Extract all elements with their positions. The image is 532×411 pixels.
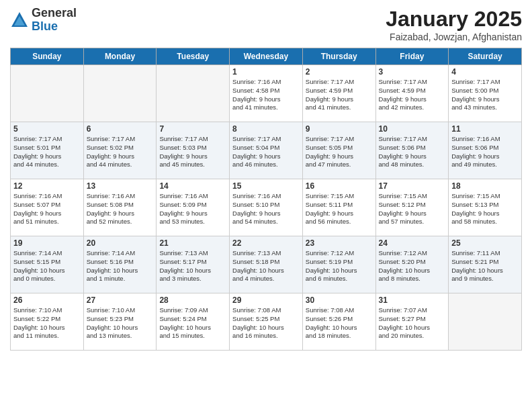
table-row: 27Sunrise: 7:10 AM Sunset: 5:23 PM Dayli…: [83, 293, 157, 351]
table-row: 23Sunrise: 7:12 AM Sunset: 5:19 PM Dayli…: [302, 236, 375, 293]
col-friday: Friday: [375, 48, 449, 65]
table-row: 16Sunrise: 7:15 AM Sunset: 5:11 PM Dayli…: [302, 179, 375, 236]
table-row: [83, 65, 157, 122]
table-row: 20Sunrise: 7:14 AM Sunset: 5:16 PM Dayli…: [83, 236, 157, 293]
day-info: Sunrise: 7:17 AM Sunset: 4:59 PM Dayligh…: [379, 78, 446, 112]
day-info: Sunrise: 7:15 AM Sunset: 5:13 PM Dayligh…: [451, 192, 519, 226]
table-row: 6Sunrise: 7:17 AM Sunset: 5:02 PM Daylig…: [83, 122, 157, 179]
table-row: 30Sunrise: 7:08 AM Sunset: 5:26 PM Dayli…: [302, 293, 375, 351]
day-info: Sunrise: 7:17 AM Sunset: 5:06 PM Dayligh…: [379, 135, 446, 169]
day-info: Sunrise: 7:17 AM Sunset: 4:59 PM Dayligh…: [306, 78, 373, 112]
day-number: 21: [159, 238, 226, 248]
table-row: 25Sunrise: 7:11 AM Sunset: 5:21 PM Dayli…: [449, 236, 522, 293]
table-row: 15Sunrise: 7:16 AM Sunset: 5:10 PM Dayli…: [230, 179, 303, 236]
day-number: 18: [451, 181, 519, 191]
table-row: [157, 65, 230, 122]
day-number: 25: [451, 238, 519, 248]
day-number: 17: [379, 181, 446, 191]
table-row: 7Sunrise: 7:17 AM Sunset: 5:03 PM Daylig…: [157, 122, 230, 179]
calendar-week-row: 12Sunrise: 7:16 AM Sunset: 5:07 PM Dayli…: [11, 179, 522, 236]
day-info: Sunrise: 7:17 AM Sunset: 5:00 PM Dayligh…: [451, 78, 519, 112]
month-title: January 2025: [386, 7, 522, 32]
table-row: 13Sunrise: 7:16 AM Sunset: 5:08 PM Dayli…: [83, 179, 157, 236]
day-number: 16: [306, 181, 373, 191]
day-info: Sunrise: 7:16 AM Sunset: 4:58 PM Dayligh…: [232, 78, 300, 112]
logo-icon: [10, 11, 29, 30]
header: General Blue January 2025 Faizabad, Jowz…: [10, 7, 522, 42]
day-number: 1: [232, 67, 300, 77]
calendar-table: Sunday Monday Tuesday Wednesday Thursday…: [10, 48, 522, 351]
day-number: 27: [87, 295, 154, 305]
day-number: 29: [232, 295, 300, 305]
logo-blue-label: Blue: [32, 20, 77, 34]
title-section: January 2025 Faizabad, Jowzjan, Afghanis…: [386, 7, 522, 42]
calendar-week-row: 5Sunrise: 7:17 AM Sunset: 5:01 PM Daylig…: [11, 122, 522, 179]
table-row: 21Sunrise: 7:13 AM Sunset: 5:17 PM Dayli…: [157, 236, 230, 293]
table-row: 12Sunrise: 7:16 AM Sunset: 5:07 PM Dayli…: [11, 179, 84, 236]
day-number: 31: [379, 295, 446, 305]
day-number: 8: [232, 124, 300, 134]
day-info: Sunrise: 7:17 AM Sunset: 5:04 PM Dayligh…: [232, 135, 300, 169]
day-number: 23: [306, 238, 373, 248]
day-info: Sunrise: 7:17 AM Sunset: 5:01 PM Dayligh…: [13, 135, 81, 169]
day-info: Sunrise: 7:09 AM Sunset: 5:24 PM Dayligh…: [159, 306, 226, 340]
table-row: 17Sunrise: 7:15 AM Sunset: 5:12 PM Dayli…: [375, 179, 449, 236]
day-number: 26: [13, 295, 81, 305]
day-info: Sunrise: 7:12 AM Sunset: 5:19 PM Dayligh…: [306, 249, 373, 283]
day-info: Sunrise: 7:16 AM Sunset: 5:06 PM Dayligh…: [451, 135, 519, 169]
table-row: 24Sunrise: 7:12 AM Sunset: 5:20 PM Dayli…: [375, 236, 449, 293]
table-row: 14Sunrise: 7:16 AM Sunset: 5:09 PM Dayli…: [157, 179, 230, 236]
day-number: 20: [87, 238, 154, 248]
day-info: Sunrise: 7:17 AM Sunset: 5:02 PM Dayligh…: [87, 135, 154, 169]
day-number: 15: [232, 181, 300, 191]
day-info: Sunrise: 7:16 AM Sunset: 5:10 PM Dayligh…: [232, 192, 300, 226]
day-info: Sunrise: 7:08 AM Sunset: 5:26 PM Dayligh…: [306, 306, 373, 340]
calendar-week-row: 26Sunrise: 7:10 AM Sunset: 5:22 PM Dayli…: [11, 293, 522, 351]
logo: General Blue: [10, 7, 77, 34]
day-info: Sunrise: 7:13 AM Sunset: 5:17 PM Dayligh…: [159, 249, 226, 283]
col-thursday: Thursday: [302, 48, 375, 65]
day-info: Sunrise: 7:08 AM Sunset: 5:25 PM Dayligh…: [232, 306, 300, 340]
day-number: 30: [306, 295, 373, 305]
logo-text: General Blue: [32, 7, 77, 34]
table-row: 1Sunrise: 7:16 AM Sunset: 4:58 PM Daylig…: [230, 65, 303, 122]
day-number: 14: [159, 181, 226, 191]
day-info: Sunrise: 7:16 AM Sunset: 5:07 PM Dayligh…: [13, 192, 81, 226]
page-container: General Blue January 2025 Faizabad, Jowz…: [0, 0, 532, 357]
location-subtitle: Faizabad, Jowzjan, Afghanistan: [386, 32, 522, 42]
table-row: 2Sunrise: 7:17 AM Sunset: 4:59 PM Daylig…: [302, 65, 375, 122]
calendar-week-row: 1Sunrise: 7:16 AM Sunset: 4:58 PM Daylig…: [11, 65, 522, 122]
day-info: Sunrise: 7:17 AM Sunset: 5:03 PM Dayligh…: [159, 135, 226, 169]
day-number: 22: [232, 238, 300, 248]
table-row: 3Sunrise: 7:17 AM Sunset: 4:59 PM Daylig…: [375, 65, 449, 122]
day-number: 11: [451, 124, 519, 134]
day-number: 24: [379, 238, 446, 248]
day-number: 9: [306, 124, 373, 134]
col-monday: Monday: [83, 48, 157, 65]
table-row: 11Sunrise: 7:16 AM Sunset: 5:06 PM Dayli…: [449, 122, 522, 179]
day-number: 13: [87, 181, 154, 191]
table-row: 5Sunrise: 7:17 AM Sunset: 5:01 PM Daylig…: [11, 122, 84, 179]
day-info: Sunrise: 7:16 AM Sunset: 5:08 PM Dayligh…: [87, 192, 154, 226]
day-number: 7: [159, 124, 226, 134]
day-number: 28: [159, 295, 226, 305]
table-row: 9Sunrise: 7:17 AM Sunset: 5:05 PM Daylig…: [302, 122, 375, 179]
day-number: 6: [87, 124, 154, 134]
table-row: 29Sunrise: 7:08 AM Sunset: 5:25 PM Dayli…: [230, 293, 303, 351]
day-info: Sunrise: 7:15 AM Sunset: 5:12 PM Dayligh…: [379, 192, 446, 226]
day-number: 12: [13, 181, 81, 191]
day-info: Sunrise: 7:15 AM Sunset: 5:11 PM Dayligh…: [306, 192, 373, 226]
calendar-week-row: 19Sunrise: 7:14 AM Sunset: 5:15 PM Dayli…: [11, 236, 522, 293]
day-info: Sunrise: 7:12 AM Sunset: 5:20 PM Dayligh…: [379, 249, 446, 283]
table-row: [11, 65, 84, 122]
day-info: Sunrise: 7:11 AM Sunset: 5:21 PM Dayligh…: [451, 249, 519, 283]
table-row: 26Sunrise: 7:10 AM Sunset: 5:22 PM Dayli…: [11, 293, 84, 351]
day-number: 4: [451, 67, 519, 77]
day-number: 19: [13, 238, 81, 248]
day-info: Sunrise: 7:14 AM Sunset: 5:15 PM Dayligh…: [13, 249, 81, 283]
col-wednesday: Wednesday: [230, 48, 303, 65]
calendar-header-row: Sunday Monday Tuesday Wednesday Thursday…: [11, 48, 522, 65]
table-row: 19Sunrise: 7:14 AM Sunset: 5:15 PM Dayli…: [11, 236, 84, 293]
table-row: 18Sunrise: 7:15 AM Sunset: 5:13 PM Dayli…: [449, 179, 522, 236]
day-info: Sunrise: 7:17 AM Sunset: 5:05 PM Dayligh…: [306, 135, 373, 169]
